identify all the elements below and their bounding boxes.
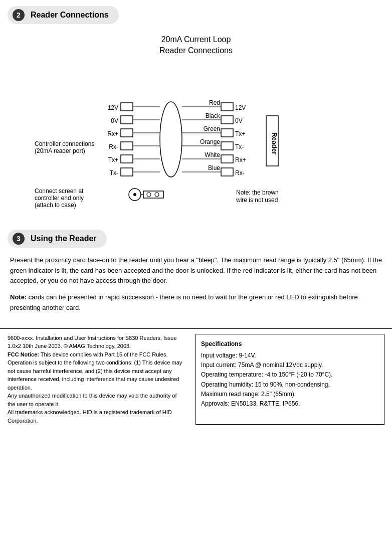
using-reader-paragraph1: Present the proximity card face-on to th…	[10, 255, 382, 286]
svg-text:12V: 12V	[108, 104, 118, 111]
svg-text:Note: the brown: Note: the brown	[236, 189, 279, 196]
section2-number: 2	[13, 9, 25, 21]
svg-text:0V: 0V	[235, 117, 243, 124]
spec-item: Maximum read range: 2.5" (65mm).	[201, 390, 379, 399]
svg-rect-34	[221, 116, 233, 124]
svg-text:controller end only: controller end only	[35, 195, 84, 202]
svg-text:Connect screen at: Connect screen at	[35, 188, 84, 195]
svg-rect-38	[221, 168, 233, 176]
svg-text:Red: Red	[209, 99, 220, 106]
svg-rect-35	[221, 129, 233, 137]
spec-item: Input current: 75mA @ nominal 12Vdc supp…	[201, 360, 379, 370]
svg-text:(20mA reader port): (20mA reader port)	[35, 147, 85, 154]
footer-left: 9600-xxxx. Installation and User Instruc…	[8, 334, 185, 425]
svg-rect-3	[121, 103, 133, 111]
using-reader-paragraph2: Note: cards can be presented in rapid su…	[10, 292, 382, 313]
svg-text:Tx-: Tx-	[235, 143, 244, 150]
svg-point-50	[147, 193, 151, 197]
wiring-diagram: Controller connections (20mA reader port…	[21, 62, 371, 217]
svg-text:Rx+: Rx+	[107, 130, 118, 137]
svg-rect-11	[121, 155, 133, 163]
footer: 9600-xxxx. Installation and User Instruc…	[0, 328, 392, 430]
section2-title: Reader Connections	[31, 11, 109, 20]
using-reader-text: Present the proximity card face-on to th…	[10, 255, 382, 313]
svg-text:Orange: Orange	[200, 138, 220, 145]
footer-trademarks: All trademarks acknowledged. HID is a re…	[8, 408, 185, 425]
svg-text:Green: Green	[204, 125, 220, 132]
section3-number: 3	[13, 233, 25, 245]
specs-list: Input voltage: 9-14V.Input current: 75mA…	[201, 351, 379, 409]
note-label: Note:	[10, 293, 27, 301]
footer-product-info: 9600-xxxx. Installation and User Instruc…	[8, 334, 185, 350]
svg-text:White: White	[205, 151, 220, 158]
spec-item: Operating temperature: -4 to 150°F (-20 …	[201, 370, 379, 380]
svg-rect-13	[121, 168, 133, 176]
footer-right: Specifications Input voltage: 9-14V.Inpu…	[195, 334, 384, 425]
note-rest: cards can be presented in rapid successi…	[10, 293, 358, 311]
svg-text:Blue: Blue	[208, 164, 220, 171]
svg-point-48	[133, 193, 136, 196]
footer-modification: Any unauthorized modification to this de…	[8, 392, 185, 408]
svg-rect-37	[221, 155, 233, 163]
svg-rect-49	[143, 191, 163, 198]
svg-text:Rx-: Rx-	[235, 169, 245, 176]
diagram-title: 20mA Current Loop Reader Connections	[0, 34, 392, 57]
svg-rect-9	[121, 142, 133, 150]
svg-rect-36	[221, 142, 233, 150]
spec-item: Input voltage: 9-14V.	[201, 351, 379, 360]
svg-text:Tx+: Tx+	[108, 156, 118, 163]
spec-item: Operating humidity: 15 to 90%, non-conde…	[201, 380, 379, 390]
svg-rect-7	[121, 129, 133, 137]
svg-text:Rx+: Rx+	[235, 156, 246, 163]
svg-text:Black: Black	[206, 112, 221, 119]
spec-item: Approvals: EN50133, R&TTE, IP656.	[201, 399, 379, 409]
svg-text:wire is not used: wire is not used	[236, 197, 278, 204]
svg-text:Tx+: Tx+	[235, 130, 245, 137]
svg-text:12V: 12V	[235, 104, 246, 111]
svg-point-51	[155, 193, 159, 197]
svg-text:(attach to case): (attach to case)	[35, 202, 76, 209]
section2-header: 2 Reader Connections	[8, 6, 119, 24]
section3-header: 3 Using the Reader	[8, 230, 107, 248]
svg-rect-33	[221, 103, 233, 111]
svg-text:Tx-: Tx-	[110, 169, 118, 176]
svg-text:Reader: Reader	[271, 132, 278, 154]
svg-text:0V: 0V	[111, 117, 118, 124]
svg-point-20	[160, 102, 182, 177]
footer-fcc: FCC Notice: This device complies with Pa…	[8, 350, 185, 392]
svg-text:Controller connections: Controller connections	[35, 140, 94, 147]
section3-title: Using the Reader	[31, 234, 97, 243]
fcc-notice-label: FCC Notice:	[8, 351, 39, 357]
specs-title: Specifications	[201, 339, 379, 349]
svg-rect-5	[121, 116, 133, 124]
svg-text:Rx-: Rx-	[109, 143, 118, 150]
